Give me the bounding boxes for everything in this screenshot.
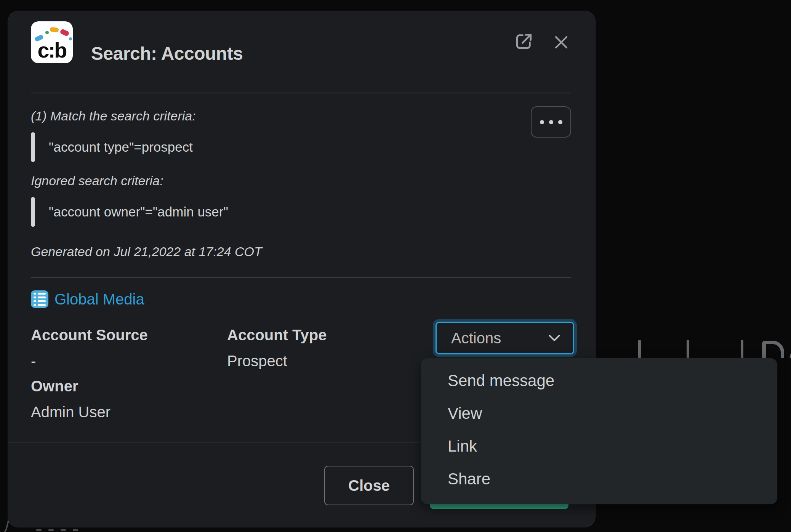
quote-bar <box>31 132 35 162</box>
record-row: Global Media <box>31 290 144 308</box>
match-criteria-quote: "account type"=prospect <box>31 132 193 162</box>
record-name-link[interactable]: Global Media <box>54 291 144 308</box>
actions-dropdown-menu: Send message View Link Share <box>421 358 777 504</box>
logo-green-dot <box>45 31 49 34</box>
section-divider <box>31 277 571 278</box>
field-value-account-source: - <box>31 353 36 370</box>
background-text-fragment <box>602 335 791 358</box>
close-modal-button[interactable] <box>552 33 570 51</box>
close-button[interactable]: Close <box>324 466 414 505</box>
chevron-down-icon <box>549 335 560 341</box>
close-icon <box>552 33 570 51</box>
menu-item-share[interactable]: Share <box>421 463 777 495</box>
menu-item-view[interactable]: View <box>421 397 777 430</box>
background-text-fragment <box>36 529 78 531</box>
actions-dropdown-button[interactable]: Actions <box>436 322 574 354</box>
menu-item-link[interactable]: Link <box>421 430 777 463</box>
ellipsis-icon <box>540 120 544 124</box>
record-list-icon <box>31 290 48 308</box>
field-value-owner: Admin User <box>31 404 110 421</box>
actions-button-label: Actions <box>451 330 501 347</box>
quote-bar <box>31 197 35 227</box>
logo-yellow-pill <box>50 27 59 32</box>
logo-red-pill <box>59 29 69 37</box>
generated-timestamp: Generated on Jul 21,2022 at 17:24 COT <box>31 244 262 259</box>
quote-text: "account owner"="admin user" <box>49 204 228 220</box>
external-link-icon <box>513 31 535 52</box>
quote-text: "account type"=prospect <box>49 139 193 155</box>
field-label-account-source: Account Source <box>31 327 148 344</box>
field-label-owner: Owner <box>31 378 78 395</box>
crossbeam-app-logo: c:b <box>31 21 73 63</box>
open-external-button[interactable] <box>513 31 535 52</box>
field-label-account-type: Account Type <box>227 327 327 344</box>
menu-item-send-message[interactable]: Send message <box>421 364 777 397</box>
ignored-criteria-quote: "account owner"="admin user" <box>31 197 228 227</box>
logo-text: c:b <box>31 38 73 62</box>
modal-title: Search: Accounts <box>91 43 243 64</box>
message-overflow-button[interactable] <box>531 106 571 138</box>
ignored-criteria-line: Ignored search criteria: <box>31 173 163 188</box>
header-divider <box>31 93 571 93</box>
match-criteria-line: (1) Match the search criteria: <box>31 109 196 123</box>
field-value-account-type: Prospect <box>227 353 287 370</box>
